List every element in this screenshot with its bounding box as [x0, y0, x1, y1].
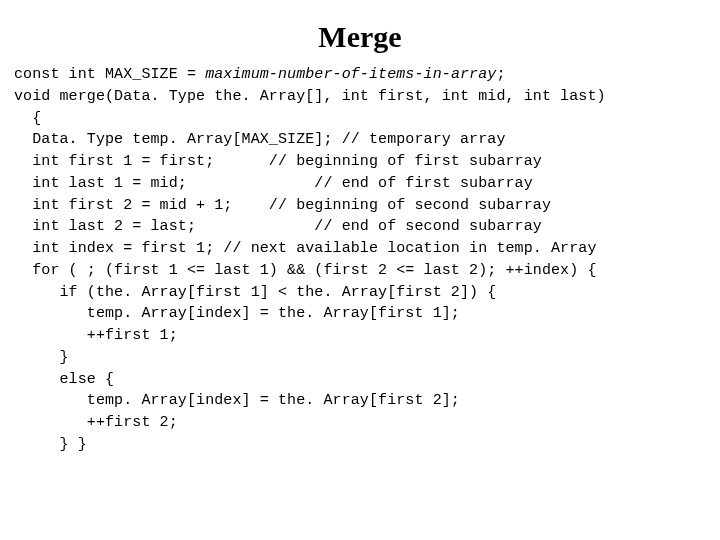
slide-title: Merge [14, 20, 706, 54]
code-line-18: } } [14, 436, 87, 453]
code-line-11: if (the. Array[first 1] < the. Array[fir… [14, 284, 496, 301]
code-line-9: int index = first 1; // next available l… [14, 240, 597, 257]
code-line-3: { [14, 110, 41, 127]
code-line-16: temp. Array[index] = the. Array[first 2]… [14, 392, 460, 409]
code-line-15: else { [14, 371, 114, 388]
code-line-10: for ( ; (first 1 <= last 1) && (first 2 … [14, 262, 597, 279]
code-line-8: int last 2 = last; // end of second suba… [14, 218, 542, 235]
code-line-7: int first 2 = mid + 1; // beginning of s… [14, 197, 551, 214]
code-line-14: } [14, 349, 69, 366]
code-line-2: void merge(Data. Type the. Array[], int … [14, 88, 606, 105]
code-line-13: ++first 1; [14, 327, 178, 344]
code-line-1c: ; [496, 66, 505, 83]
code-line-1a: const int MAX_SIZE = [14, 66, 205, 83]
code-line-12: temp. Array[index] = the. Array[first 1]… [14, 305, 460, 322]
code-line-6: int last 1 = mid; // end of first subarr… [14, 175, 533, 192]
code-line-1b: maximum-number-of-items-in-array [205, 66, 496, 83]
code-block: const int MAX_SIZE = maximum-number-of-i… [14, 64, 706, 456]
code-line-4: Data. Type temp. Array[MAX_SIZE]; // tem… [14, 131, 505, 148]
code-line-17: ++first 2; [14, 414, 178, 431]
code-line-5: int first 1 = first; // beginning of fir… [14, 153, 542, 170]
slide: Merge const int MAX_SIZE = maximum-numbe… [0, 0, 720, 540]
